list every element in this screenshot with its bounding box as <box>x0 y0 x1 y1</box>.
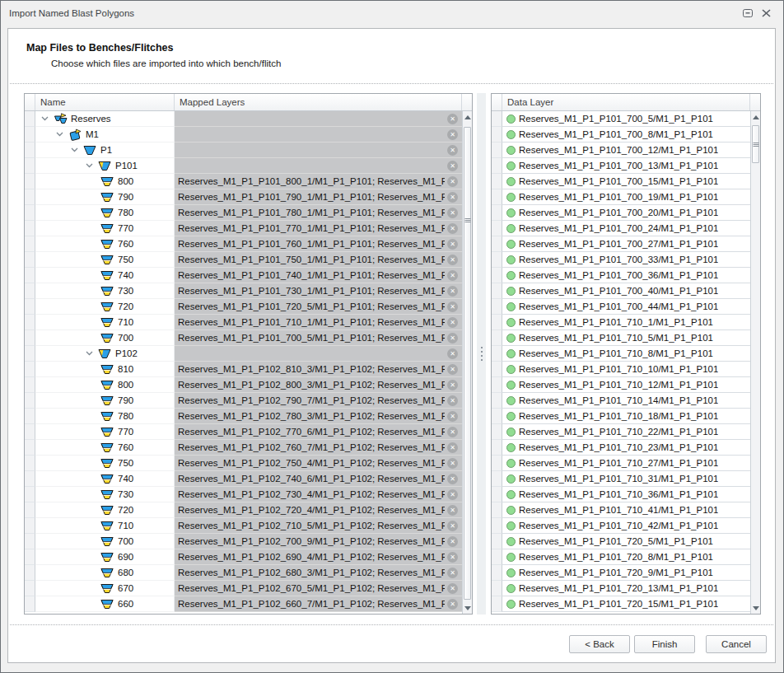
back-button[interactable]: < Back <box>569 635 630 653</box>
mapped-layers-cell[interactable]: Reserves_M1_P1_P102_690_4/M1_P1_P102; Re… <box>175 549 462 565</box>
tree-name-cell[interactable]: 730 <box>35 283 175 299</box>
tree-row[interactable]: 740Reserves_M1_P1_P101_740_1/M1_P1_P101;… <box>25 268 462 283</box>
mapped-layers-cell[interactable]: ✕ <box>175 143 462 158</box>
clear-mapping-button[interactable]: ✕ <box>447 145 458 156</box>
data-layer-cell[interactable]: Reserves_M1_P1_P101_710_31/M1_P1_P101 <box>502 471 750 487</box>
mapped-layers-cell[interactable]: Reserves_M1_P1_P102_750_4/M1_P1_P102; Re… <box>175 456 462 471</box>
tree-name-cell[interactable]: 670 <box>35 581 175 596</box>
mapped-layers-cell[interactable]: Reserves_M1_P1_P101_750_1/M1_P1_P101; Re… <box>175 252 462 268</box>
tree-name-cell[interactable]: 740 <box>35 268 175 283</box>
data-layer-cell[interactable]: Reserves_M1_P1_P101_710_41/M1_P1_P101 <box>502 502 750 518</box>
finish-button[interactable]: Finish <box>634 635 695 653</box>
data-layer-row[interactable]: Reserves_M1_P1_P101_700_36/M1_P1_P101 <box>492 268 750 283</box>
data-layer-cell[interactable]: Reserves_M1_P1_P101_710_27/M1_P1_P101 <box>502 456 750 471</box>
data-layer-row[interactable]: Reserves_M1_P1_P101_710_8/M1_P1_P101 <box>492 346 750 362</box>
tree-name-cell[interactable]: 710 <box>35 315 175 330</box>
data-layer-row[interactable]: Reserves_M1_P1_P101_710_5/M1_P1_P101 <box>492 330 750 346</box>
tree-row[interactable]: 660Reserves_M1_P1_P102_660_7/M1_P1_P102;… <box>25 596 462 612</box>
data-layer-row[interactable]: Reserves_M1_P1_P101_700_13/M1_P1_P101 <box>492 158 750 174</box>
mapped-layers-cell[interactable]: Reserves_M1_P1_P101_770_1/M1_P1_P101; Re… <box>175 221 462 236</box>
tree-row[interactable]: 770Reserves_M1_P1_P101_770_1/M1_P1_P101;… <box>25 221 462 236</box>
clear-mapping-button[interactable]: ✕ <box>447 333 458 344</box>
mapped-layers-cell[interactable]: Reserves_M1_P1_P102_810_3/M1_P1_P102; Re… <box>175 362 462 377</box>
cancel-button[interactable]: Cancel <box>706 635 767 653</box>
clear-mapping-button[interactable]: ✕ <box>447 458 458 469</box>
data-layer-cell[interactable]: Reserves_M1_P1_P101_700_40/M1_P1_P101 <box>502 283 750 299</box>
clear-mapping-button[interactable]: ✕ <box>447 568 458 578</box>
tree-name-cell[interactable]: 690 <box>35 549 175 565</box>
tree-row[interactable]: 800Reserves_M1_P1_P102_800_3/M1_P1_P102;… <box>25 377 462 393</box>
mapped-layers-cell[interactable]: Reserves_M1_P1_P101_720_5/M1_P1_P101; Re… <box>175 299 462 315</box>
tree-name-cell[interactable]: 790 <box>35 189 175 205</box>
tree-name-cell[interactable]: 700 <box>35 534 175 549</box>
mapped-layers-cell[interactable]: Reserves_M1_P1_P101_780_1/M1_P1_P101; Re… <box>175 205 462 221</box>
tree-row[interactable]: 790Reserves_M1_P1_P101_790_1/M1_P1_P101;… <box>25 189 462 205</box>
tree-row[interactable]: 750Reserves_M1_P1_P101_750_1/M1_P1_P101;… <box>25 252 462 268</box>
data-layer-row[interactable]: Reserves_M1_P1_P101_700_33/M1_P1_P101 <box>492 252 750 268</box>
clear-mapping-button[interactable]: ✕ <box>447 521 458 531</box>
tree-name-cell[interactable]: P102 <box>35 346 175 362</box>
tree-row[interactable]: 700Reserves_M1_P1_P102_700_9/M1_P1_P102;… <box>25 534 462 549</box>
tree-name-cell[interactable]: M1 <box>35 127 175 143</box>
data-layer-row[interactable]: Reserves_M1_P1_P101_700_8/M1_P1_P101 <box>492 127 750 143</box>
data-layer-cell[interactable]: Reserves_M1_P1_P101_710_10/M1_P1_P101 <box>502 362 750 377</box>
clear-mapping-button[interactable]: ✕ <box>447 536 458 547</box>
tree-row[interactable]: 670Reserves_M1_P1_P102_670_5/M1_P1_P102;… <box>25 581 462 596</box>
clear-mapping-button[interactable]: ✕ <box>447 474 458 484</box>
clear-mapping-button[interactable]: ✕ <box>447 239 458 250</box>
tree-row[interactable]: 790Reserves_M1_P1_P102_790_7/M1_P1_P102;… <box>25 393 462 409</box>
data-layer-row[interactable]: Reserves_M1_P1_P101_700_24/M1_P1_P101 <box>492 221 750 236</box>
data-layer-cell[interactable]: Reserves_M1_P1_P101_710_8/M1_P1_P101 <box>502 346 750 362</box>
tree-name-cell[interactable]: 780 <box>35 205 175 221</box>
scrollbar-thumb[interactable] <box>464 127 471 600</box>
clear-mapping-button[interactable]: ✕ <box>447 380 458 390</box>
tree-row[interactable]: 700Reserves_M1_P1_P101_700_5/M1_P1_P101;… <box>25 330 462 346</box>
mapped-layers-cell[interactable]: Reserves_M1_P1_P101_740_1/M1_P1_P101; Re… <box>175 268 462 283</box>
tree-name-cell[interactable]: 730 <box>35 487 175 502</box>
tree-row[interactable]: Reserves✕ <box>25 111 462 127</box>
tree-name-cell[interactable]: 740 <box>35 471 175 487</box>
data-layer-cell[interactable]: Reserves_M1_P1_P101_710_42/M1_P1_P101 <box>502 518 750 534</box>
rollup-button[interactable] <box>739 6 757 21</box>
clear-mapping-button[interactable]: ✕ <box>447 129 458 140</box>
mapped-layers-cell[interactable]: Reserves_M1_P1_P102_700_9/M1_P1_P102; Re… <box>175 534 462 549</box>
data-layer-cell[interactable]: Reserves_M1_P1_P101_700_13/M1_P1_P101 <box>502 158 750 174</box>
mapped-layers-cell[interactable]: Reserves_M1_P1_P102_710_5/M1_P1_P102; Re… <box>175 518 462 534</box>
data-layer-row[interactable]: Reserves_M1_P1_P101_710_36/M1_P1_P101 <box>492 487 750 502</box>
mapped-layers-cell[interactable]: Reserves_M1_P1_P101_730_1/M1_P1_P101; Re… <box>175 283 462 299</box>
clear-mapping-button[interactable]: ✕ <box>447 161 458 171</box>
clear-mapping-button[interactable]: ✕ <box>447 255 458 265</box>
clear-mapping-button[interactable]: ✕ <box>447 301 458 312</box>
tree-name-cell[interactable]: 720 <box>35 299 175 315</box>
tree-name-cell[interactable]: 710 <box>35 518 175 534</box>
tree-row[interactable]: 680Reserves_M1_P1_P102_680_3/M1_P1_P102;… <box>25 565 462 581</box>
data-layer-cell[interactable]: Reserves_M1_P1_P101_700_19/M1_P1_P101 <box>502 189 750 205</box>
clear-mapping-button[interactable]: ✕ <box>447 599 458 610</box>
data-layer-cell[interactable]: Reserves_M1_P1_P101_700_12/M1_P1_P101 <box>502 143 750 158</box>
clear-mapping-button[interactable]: ✕ <box>447 505 458 516</box>
scroll-up-button[interactable] <box>751 111 760 123</box>
data-layer-row[interactable]: Reserves_M1_P1_P101_720_15/M1_P1_P101 <box>492 596 750 612</box>
data-layer-row[interactable]: Reserves_M1_P1_P101_710_23/M1_P1_P101 <box>492 440 750 456</box>
data-layer-cell[interactable]: Reserves_M1_P1_P101_720_8/M1_P1_P101 <box>502 549 750 565</box>
data-layer-row[interactable]: Reserves_M1_P1_P101_710_22/M1_P1_P101 <box>492 424 750 440</box>
tree-name-cell[interactable]: 700 <box>35 330 175 346</box>
tree-name-cell[interactable]: 770 <box>35 221 175 236</box>
tree-name-cell[interactable]: 810 <box>35 362 175 377</box>
tree-name-cell[interactable]: 800 <box>35 377 175 393</box>
scroll-down-button[interactable] <box>751 602 760 614</box>
data-layer-cell[interactable]: Reserves_M1_P1_P101_700_20/M1_P1_P101 <box>502 205 750 221</box>
tree-name-cell[interactable]: 760 <box>35 440 175 456</box>
tree-name-cell[interactable]: P1 <box>35 143 175 158</box>
tree-name-cell[interactable]: 660 <box>35 596 175 612</box>
data-layer-cell[interactable]: Reserves_M1_P1_P101_710_18/M1_P1_P101 <box>502 409 750 424</box>
tree-name-cell[interactable]: 750 <box>35 252 175 268</box>
mapped-layers-cell[interactable]: Reserves_M1_P1_P101_710_1/M1_P1_P101; Re… <box>175 315 462 330</box>
data-layer-row[interactable]: Reserves_M1_P1_P101_720_13/M1_P1_P101 <box>492 581 750 596</box>
data-layer-row[interactable]: Reserves_M1_P1_P101_700_5/M1_P1_P101 <box>492 111 750 127</box>
data-layer-row[interactable]: Reserves_M1_P1_P101_710_42/M1_P1_P101 <box>492 518 750 534</box>
data-layer-row[interactable]: Reserves_M1_P1_P101_710_31/M1_P1_P101 <box>492 471 750 487</box>
tree-row[interactable]: M1✕ <box>25 127 462 143</box>
chevron-down-icon[interactable] <box>86 163 98 168</box>
data-layer-cell[interactable]: Reserves_M1_P1_P101_720_13/M1_P1_P101 <box>502 581 750 596</box>
